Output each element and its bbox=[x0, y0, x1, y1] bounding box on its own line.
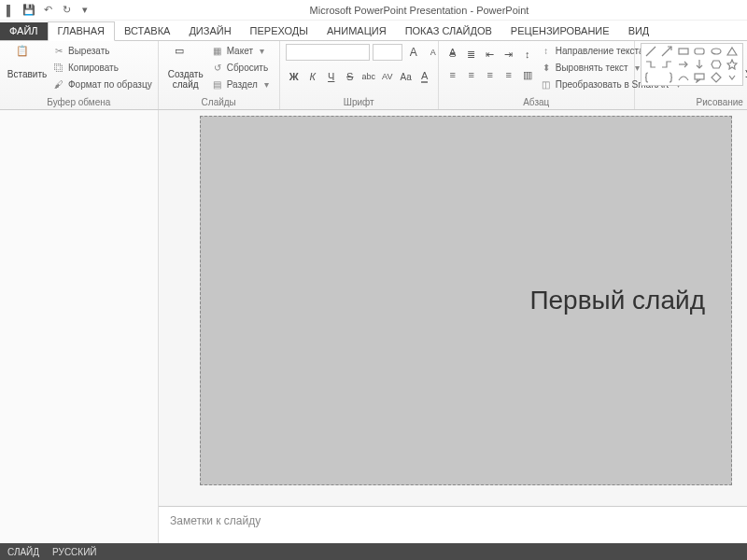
shape-ellipse-icon[interactable] bbox=[709, 46, 725, 58]
font-size-select[interactable] bbox=[373, 44, 402, 61]
italic-button[interactable]: К bbox=[304, 68, 321, 85]
align-right-button[interactable]: ≡ bbox=[482, 66, 499, 83]
slide-canvas[interactable]: Первый слайд bbox=[200, 116, 732, 485]
shape-triangle-icon[interactable] bbox=[725, 46, 740, 58]
svg-line-0 bbox=[646, 47, 655, 56]
tab-slideshow[interactable]: ПОКАЗ СЛАЙДОВ bbox=[396, 22, 501, 40]
tab-file[interactable]: ФАЙЛ bbox=[0, 22, 48, 40]
tab-insert[interactable]: ВСТАВКА bbox=[115, 22, 179, 40]
new-slide-icon: ▭ bbox=[175, 45, 197, 67]
font-color-button[interactable]: A bbox=[416, 68, 433, 85]
columns-button[interactable]: ▥ bbox=[519, 66, 536, 83]
svg-rect-2 bbox=[679, 49, 688, 54]
text-direction-icon: ↕ bbox=[540, 45, 553, 58]
reset-label: Сбросить bbox=[227, 63, 268, 73]
tab-home[interactable]: ГЛАВНАЯ bbox=[48, 21, 115, 41]
shape-brace-icon[interactable] bbox=[643, 71, 659, 83]
align-left-button[interactable]: ≡ bbox=[444, 66, 461, 83]
layout-button[interactable]: ▦Макет▾ bbox=[211, 43, 274, 59]
text-direction-label: Направление текста bbox=[556, 46, 644, 56]
tab-transitions[interactable]: ПЕРЕХОДЫ bbox=[241, 22, 317, 40]
quick-access-toolbar: ▌ 💾 ↶ ↻ ▾ bbox=[0, 4, 92, 17]
smartart-icon: ◫ bbox=[540, 78, 553, 91]
status-slide[interactable]: СЛАЙД bbox=[7, 547, 39, 557]
group-font: A A A Ж К Ч S abc AV Aa A Шрифт bbox=[280, 41, 439, 109]
undo-icon[interactable]: ↶ bbox=[41, 4, 54, 17]
notes-pane[interactable]: Заметки к слайду bbox=[159, 506, 747, 543]
title-bar: ▌ 💾 ↶ ↻ ▾ Microsoft PowerPoint Presentat… bbox=[0, 0, 747, 21]
indent-dec-button[interactable]: ⇤ bbox=[482, 46, 499, 63]
shape-rect-icon[interactable] bbox=[676, 46, 692, 58]
layout-label: Макет bbox=[227, 46, 253, 56]
slide-title-text[interactable]: Первый слайд bbox=[529, 286, 705, 315]
align-center-button[interactable]: ≡ bbox=[463, 66, 480, 83]
bullets-button[interactable]: ≡ bbox=[444, 46, 461, 63]
underline-button[interactable]: Ч bbox=[323, 68, 340, 85]
shapes-gallery[interactable] bbox=[641, 43, 743, 86]
shape-connector-icon[interactable] bbox=[643, 59, 659, 71]
case-button[interactable]: Aa bbox=[398, 68, 415, 85]
qat-more-icon[interactable]: ▾ bbox=[78, 4, 92, 17]
shape-arrow-down-icon[interactable] bbox=[692, 59, 708, 71]
redo-icon[interactable]: ↻ bbox=[60, 4, 73, 17]
scissors-icon: ✂ bbox=[52, 45, 65, 58]
format-painter-button[interactable]: 🖌Формат по образцу bbox=[52, 77, 152, 92]
shapes-more-icon[interactable] bbox=[725, 71, 740, 83]
paste-button[interactable]: 📋 Вставить bbox=[6, 43, 49, 79]
group-font-label: Шрифт bbox=[286, 96, 432, 109]
thumbnail-pane[interactable] bbox=[0, 110, 159, 543]
layout-icon: ▦ bbox=[211, 45, 224, 58]
align-text-icon: ⬍ bbox=[540, 62, 553, 75]
font-family-select[interactable] bbox=[286, 44, 370, 61]
group-clipboard-label: Буфер обмена bbox=[6, 96, 152, 109]
svg-line-1 bbox=[662, 47, 671, 56]
section-button[interactable]: ▤Раздел▾ bbox=[211, 77, 274, 92]
paste-icon: 📋 bbox=[16, 45, 38, 67]
workspace: Первый слайд Заметки к слайду bbox=[0, 110, 747, 543]
shape-hexagon-icon[interactable] bbox=[709, 59, 725, 71]
indent-inc-button[interactable]: ⇥ bbox=[500, 46, 517, 63]
strike-button[interactable]: S bbox=[342, 68, 359, 85]
grow-font-button[interactable]: A bbox=[405, 44, 422, 61]
shape-brace2-icon[interactable] bbox=[659, 71, 675, 83]
status-language[interactable]: РУССКИЙ bbox=[52, 547, 96, 557]
save-icon[interactable]: 💾 bbox=[22, 4, 35, 17]
group-clipboard: 📋 Вставить ✂Вырезать ⿻Копировать 🖌Формат… bbox=[0, 41, 159, 109]
shape-connector2-icon[interactable] bbox=[659, 59, 675, 71]
group-drawing-label: Рисование bbox=[641, 96, 747, 109]
chevron-down-icon: ▾ bbox=[256, 45, 269, 58]
numbering-button[interactable]: ≣ bbox=[463, 46, 480, 63]
svg-marker-8 bbox=[712, 61, 721, 68]
shape-roundrect-icon[interactable] bbox=[692, 46, 708, 58]
new-slide-label: Создать слайд bbox=[168, 69, 204, 90]
reset-icon: ↺ bbox=[211, 62, 224, 75]
group-drawing: ⬚ Упорядочить Рисование bbox=[635, 41, 747, 109]
shape-curve-icon[interactable] bbox=[676, 71, 692, 83]
tab-review[interactable]: РЕЦЕНЗИРОВАНИЕ bbox=[501, 22, 619, 40]
paste-label: Вставить bbox=[7, 69, 47, 79]
shape-arrow-icon[interactable] bbox=[659, 46, 675, 58]
tab-animation[interactable]: АНИМАЦИЯ bbox=[317, 22, 396, 40]
shape-arrow-right-icon[interactable] bbox=[676, 59, 692, 71]
new-slide-button[interactable]: ▭ Создать слайд bbox=[164, 43, 207, 90]
copy-button[interactable]: ⿻Копировать bbox=[52, 60, 152, 76]
svg-marker-5 bbox=[727, 48, 737, 55]
justify-button[interactable]: ≡ bbox=[500, 66, 517, 83]
shadow-button[interactable]: abc bbox=[360, 68, 377, 85]
slide-area[interactable]: Первый слайд bbox=[159, 110, 747, 506]
reset-button[interactable]: ↺Сбросить bbox=[211, 60, 274, 76]
cut-button[interactable]: ✂Вырезать bbox=[52, 43, 152, 59]
shape-star-icon[interactable] bbox=[725, 59, 740, 71]
line-spacing-button[interactable]: ↕ bbox=[519, 46, 536, 63]
shape-line-icon[interactable] bbox=[643, 46, 659, 58]
ribbon: 📋 Вставить ✂Вырезать ⿻Копировать 🖌Формат… bbox=[0, 41, 747, 110]
bold-button[interactable]: Ж bbox=[286, 68, 303, 85]
spacing-button[interactable]: AV bbox=[379, 68, 396, 85]
copy-icon: ⿻ bbox=[52, 62, 65, 75]
shape-diamond-icon[interactable] bbox=[709, 71, 725, 83]
tab-view[interactable]: ВИД bbox=[619, 22, 659, 40]
shape-callout-icon[interactable] bbox=[692, 71, 708, 83]
edit-pane: Первый слайд Заметки к слайду bbox=[159, 110, 747, 543]
tab-design[interactable]: ДИЗАЙН bbox=[179, 22, 240, 40]
group-paragraph-label: Абзац bbox=[444, 96, 628, 109]
